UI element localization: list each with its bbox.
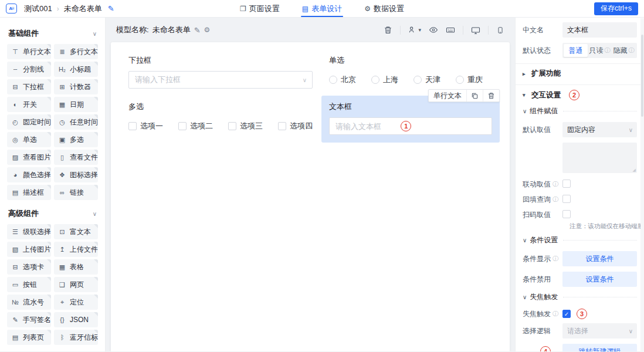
checkbox-field[interactable]: 多选 选项一选项二选项三选项四 [128, 101, 313, 135]
component-item[interactable]: ⊟选项卡 [7, 259, 51, 275]
component-item[interactable]: ⊟下拉框 [7, 79, 51, 94]
clear-canvas-icon[interactable] [384, 26, 392, 35]
jump-create-logic-button[interactable]: 跳转新建逻辑 [562, 344, 637, 351]
component-item[interactable]: ⊞计数器 [54, 79, 98, 94]
component-item[interactable]: ▧上传图片 [7, 242, 51, 257]
section-interaction[interactable]: ▾ 交互设置 2 [523, 90, 637, 100]
state-option-隐藏[interactable]: 隐藏ⓘ [612, 44, 636, 57]
edit-form-name-icon[interactable]: ✎ [108, 4, 114, 13]
component-item[interactable]: ▯查看文件 [54, 150, 98, 165]
section-extend[interactable]: ▸ 扩展功能 [523, 69, 637, 79]
component-item[interactable]: ≣多行文本 [54, 44, 98, 59]
default-content-textarea[interactable] [562, 143, 637, 173]
checkbox-option[interactable]: 选项二 [178, 121, 213, 131]
component-item[interactable]: ❑网页 [54, 277, 98, 292]
sidebar-section-title[interactable]: 基础组件∨ [8, 28, 97, 39]
scan-note: 注意：该功能仅在移动端展示扫码！ [570, 222, 637, 231]
component-item[interactable]: ↥上传文件 [54, 242, 98, 257]
checkbox-option[interactable]: 选项四 [278, 121, 313, 131]
component-item[interactable]: ▣多选 [54, 132, 98, 147]
radio-option[interactable]: 北京 [329, 75, 356, 85]
edit-model-name-icon[interactable]: ✎ [194, 26, 201, 35]
style-mode-icon[interactable]: ▾ [408, 26, 421, 34]
component-item[interactable]: №流水号 [7, 295, 51, 310]
default-value-label: 默认取值 [523, 125, 562, 135]
component-item[interactable]: ◕颜色选择 [7, 167, 51, 182]
component-item[interactable]: ⊤单行文本 [7, 44, 51, 59]
subsection-condition[interactable]: ∨ 条件设置 [523, 235, 637, 245]
component-item[interactable]: ⊡富文本 [54, 224, 98, 239]
tab-icon: ▤ [302, 5, 309, 13]
model-settings-icon[interactable]: ⚙ [204, 26, 211, 34]
mobile-view-icon[interactable] [496, 26, 504, 35]
form-canvas[interactable]: 下拉框 请输入下拉框 ∨ 单选 北京上海天津重庆 多选 选项一选项二选项三选项四 [111, 42, 510, 351]
component-item[interactable]: {}JSON [54, 312, 98, 327]
component-item[interactable]: ▤列表页 [7, 330, 51, 345]
section-title: 交互设置 [531, 90, 561, 100]
component-label: 上传文件 [70, 245, 98, 255]
info-icon: ⓘ [629, 46, 635, 55]
component-item[interactable]: ◐开关 [7, 97, 51, 112]
component-item[interactable]: ▨查看图片 [7, 150, 51, 165]
preview-icon[interactable] [429, 26, 438, 34]
chevron-down-icon: ∨ [523, 108, 527, 114]
desktop-view-icon[interactable] [471, 26, 480, 35]
delete-component-icon[interactable] [483, 90, 499, 101]
component-item[interactable]: ▦日期 [54, 97, 98, 112]
component-item[interactable]: ✎手写签名 [7, 312, 51, 327]
component-item[interactable]: ◷任意时间 [54, 114, 98, 130]
set-condition-button[interactable]: 设置条件 [562, 251, 637, 266]
radio-field[interactable]: 单选 北京上海天津重庆 [329, 55, 492, 89]
assign-checkbox[interactable] [562, 195, 571, 203]
component-item[interactable]: ▦表格 [54, 259, 98, 275]
breadcrumb-project[interactable]: 测试001 [24, 4, 52, 14]
component-item[interactable]: ▤描述框 [7, 185, 51, 200]
app-logo-icon[interactable]: A≡ [6, 4, 17, 13]
component-label: 描述框 [23, 188, 44, 198]
radio-label: 天津 [425, 75, 440, 85]
tab-页面设置[interactable]: ❐页面设置 [240, 0, 280, 17]
save-button[interactable]: 保存ctrl+s [594, 2, 638, 15]
tab-表单设计[interactable]: ▤表单设计 [302, 0, 342, 17]
component-item[interactable]: ┄分割线 [7, 62, 51, 77]
component-item[interactable]: ∞链接 [54, 185, 98, 200]
component-item[interactable]: ☰级联选择 [7, 224, 51, 239]
radio-group: 北京上海天津重庆 [329, 71, 492, 89]
component-item[interactable]: ◴固定时间 [7, 114, 51, 130]
logic-select[interactable]: 请选择 ∨ [562, 323, 637, 339]
component-item[interactable]: ▭按钮 [7, 277, 51, 292]
radio-option[interactable]: 上海 [371, 75, 398, 85]
selected-component[interactable]: 单行文本 文本框 1 [321, 96, 500, 143]
set-condition-button[interactable]: 设置条件 [562, 272, 637, 287]
component-item[interactable]: ᛒ蓝牙信标 [54, 330, 98, 345]
assign-checkbox[interactable] [562, 210, 571, 218]
logic-select-label: 选择逻辑 [523, 326, 562, 336]
shortcut-keys-icon[interactable] [446, 26, 455, 34]
dropdown-select[interactable]: 请输入下拉框 ∨ [128, 71, 313, 89]
radio-option[interactable]: 天津 [413, 75, 440, 85]
radio-icon [329, 76, 337, 84]
blur-toggle-checkbox[interactable] [562, 310, 571, 318]
component-item[interactable]: ❖图标选择 [54, 167, 98, 182]
dropdown-field[interactable]: 下拉框 请输入下拉框 ∨ [128, 55, 313, 89]
component-icon: № [11, 299, 19, 306]
component-item[interactable]: H₂小标题 [54, 62, 98, 77]
copy-component-icon[interactable] [467, 90, 483, 101]
checkbox-option[interactable]: 选项三 [228, 121, 263, 131]
subsection-blur[interactable]: ∨ 失焦触发 [523, 292, 637, 302]
component-icon: ▨ [11, 154, 19, 161]
state-option-只读[interactable]: 只读ⓘ [588, 44, 612, 57]
default-value-select[interactable]: 固定内容 ∨ [562, 122, 637, 137]
subsection-assign[interactable]: ∨ 组件赋值 [523, 106, 637, 116]
scrollbar[interactable] [640, 18, 644, 352]
radio-option[interactable]: 重庆 [456, 75, 483, 85]
sidebar-section-title[interactable]: 高级组件∨ [8, 208, 97, 219]
tab-数据设置[interactable]: ⚙数据设置 [364, 0, 404, 17]
assign-checkbox[interactable] [562, 180, 571, 188]
component-item[interactable]: ⌖定位 [54, 295, 98, 310]
scrollbar-thumb[interactable] [641, 35, 643, 117]
state-option-普通[interactable]: 普通 [564, 44, 588, 57]
cn-name-input[interactable] [562, 22, 637, 38]
checkbox-option[interactable]: 选项一 [128, 121, 163, 131]
component-item[interactable]: ◎单选 [7, 132, 51, 147]
